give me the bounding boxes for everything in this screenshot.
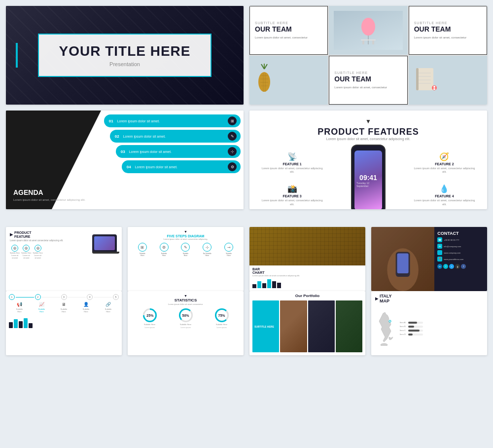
steps-title: FIVE STEPS DIAGRAM xyxy=(132,234,240,238)
tl-bars xyxy=(9,316,119,328)
steps-sub: Lorem ipsum dolor sit amet consectetur a… xyxy=(132,238,240,240)
step-circle-4: ⊹ xyxy=(203,243,211,252)
stat-25: 25% Subtitle Here Lorem ipsum xyxy=(143,308,157,329)
agenda-num-2: 02 xyxy=(115,134,119,139)
feature-4-text: Lorem ipsum dolor sit amet, consectetur … xyxy=(412,199,477,206)
tl-item-4: 👤 SubtitleHere xyxy=(83,302,89,313)
stat-label-75: Subtitle Here xyxy=(216,323,227,326)
tl-lbl-5: SubtitleHere xyxy=(105,308,111,313)
team-cell-1: SUBTITLE HERE OUR TEAM Lorem ipsum dolor… xyxy=(249,6,328,55)
balloon-svg xyxy=(358,16,378,45)
bar-chart-title: BARCHART xyxy=(252,267,362,274)
feature-2: 🧭 FEATURE 2 Lorem ipsum dolor sit amet, … xyxy=(412,152,477,174)
agenda-num-4: 04 xyxy=(127,165,131,169)
map-fill-4 xyxy=(408,334,413,336)
features-subtitle: Lorem ipsum dolor sit amet, consectetur … xyxy=(326,137,410,141)
italy-svg xyxy=(375,311,397,346)
step-5: ⊸ SubtitleHere xyxy=(224,243,233,257)
contact-title: CONTACT xyxy=(437,231,484,236)
prod-circle-1: ◎ xyxy=(11,245,18,252)
bar-1 xyxy=(252,284,256,288)
stat-label-25: Subtitle Here xyxy=(144,323,155,326)
step-circle-3: ✎ xyxy=(181,243,190,252)
feature-4-icon: 💧 xyxy=(439,184,449,193)
portfolio-plant xyxy=(336,300,362,352)
map-arrow: ▶ ITALYMAP xyxy=(375,294,483,304)
stat-val-50: 50% xyxy=(182,314,189,317)
feature-1-icon: 📡 xyxy=(287,152,297,161)
stats-title: STATISTICS xyxy=(132,298,240,302)
map-track-3 xyxy=(408,330,423,332)
timeline-nodes: 1 2 3 4 5 xyxy=(9,294,119,300)
team-cell-6 xyxy=(409,56,487,105)
web-text: www.company.com xyxy=(444,252,460,254)
map-bar-row-2: Item B xyxy=(400,325,423,328)
tl-bar-5 xyxy=(29,323,33,328)
team-title-5: OUR TEAM xyxy=(334,75,402,83)
mini-statistics: ▼ STATISTICS Lorem ipsum dolor sit amet … xyxy=(128,291,244,355)
bar-photo xyxy=(249,227,365,265)
tl-icon-3: 🖥 xyxy=(62,302,66,307)
tl-node-3: 3 xyxy=(61,294,67,300)
contact-web: 🌐 www.company.com xyxy=(437,250,484,255)
twitter-circle: f xyxy=(443,264,448,269)
bar-5 xyxy=(272,281,276,288)
map-legend: Item A Item B Item C xyxy=(400,321,423,336)
prod-circle-2: ◎ xyxy=(23,245,30,252)
svg-point-29 xyxy=(389,320,391,322)
features-grid: 📡 FEATURE 1 Lorem ipsum dolor sit amet, … xyxy=(259,145,477,209)
portfolio-header: Our Portfolio xyxy=(249,291,365,300)
twitter-icon: t xyxy=(449,264,454,269)
svg-point-22 xyxy=(433,86,435,88)
agenda-left-panel: AGENDA Lorem ipsum dolor sit amet, conse… xyxy=(6,111,101,209)
main-title: YOUR TITLE HERE xyxy=(59,43,190,59)
tl-bar-1 xyxy=(9,322,13,328)
agenda-item-2: 02 Lorem ipsum dolor sit amet. ✎ xyxy=(110,130,241,143)
prod-icon-2: ◎ Subtitle Here Lorem sit sit amet xyxy=(21,245,31,259)
map-bar-row-4: Item D xyxy=(400,333,423,336)
tl-item-2: 📈 SubtitleHere xyxy=(38,302,45,313)
map-track-2 xyxy=(408,326,423,328)
tl-bar-4 xyxy=(24,318,28,328)
agenda-icon-2: ✎ xyxy=(228,132,237,141)
agenda-item-1: 01 Lorem ipsum dolor sit amet. ⊞ xyxy=(104,114,241,127)
title-box: YOUR TITLE HERE Presentation xyxy=(38,34,211,77)
tl-node-1: 1 xyxy=(9,294,15,300)
map-label-1: Item A xyxy=(400,321,407,324)
svg-rect-23 xyxy=(433,88,435,90)
mini-portfolio: Our Portfolio SUBTITLE HERE xyxy=(249,291,365,355)
feature-col-left: 📡 FEATURE 1 Lorem ipsum dolor sit amet, … xyxy=(259,145,325,209)
slide-title: YOUR TITLE HERE Presentation xyxy=(6,6,244,105)
portfolio-title: Our Portfolio xyxy=(253,294,361,298)
agenda-item-4: 04 Lorem ipsum dolor sit amet. ⚙ xyxy=(122,160,241,173)
feature-3-text: Lorem ipsum dolor sit amet, consectetur … xyxy=(259,199,325,206)
steps-icons: ⊞ SubtitleHere ⚙ SubtitleHere ✎ Subtitle… xyxy=(132,243,240,257)
svg-point-27 xyxy=(381,343,387,346)
laptop-graphic xyxy=(92,234,119,254)
portfolio-grid: SUBTITLE HERE xyxy=(249,300,365,355)
agenda-num-1: 01 xyxy=(109,119,113,123)
team-subtitle-5: SUBTITLE HERE xyxy=(334,71,402,75)
laptop-screen-bg xyxy=(92,234,117,252)
stat-text-75: Lorem ipsum xyxy=(216,327,226,329)
feature-2-text: Lorem ipsum dolor sit amet, consectetur … xyxy=(412,167,477,174)
prod-sub-1: Lorem sit xyxy=(11,255,18,257)
tl-line-2 xyxy=(42,297,60,298)
phone-date: Tuesday 12 September xyxy=(356,182,380,187)
prod-icon-1: ◎ Subtitle Here Lorem sit sit amet xyxy=(10,245,20,259)
portfolio-teal: SUBTITLE HERE xyxy=(252,300,279,352)
bar-chart-bars xyxy=(252,278,362,288)
feature-col-right: 🧭 FEATURE 2 Lorem ipsum dolor sit amet, … xyxy=(412,145,477,209)
agenda-text-block: AGENDA Lorem ipsum dolor sit amet, conse… xyxy=(13,188,85,202)
agenda-num-3: 03 xyxy=(121,149,125,154)
stat-50: 50% Subtitle Here Lorem ipsum xyxy=(179,308,193,329)
tl-lbl-2: SubtitleHere xyxy=(38,308,45,313)
bar-chart-sub: Lorem ipsum dolor sit amet consectetur a… xyxy=(252,274,362,277)
stats-sub: Lorem ipsum dolor sit amet consectetur. xyxy=(132,303,240,305)
stat-75: 75% Subtitle Here Lorem ipsum xyxy=(215,308,229,329)
contact-info-panel: CONTACT ☎ +00 00 00 00 777 ✉ info@compan… xyxy=(434,227,487,291)
feature-2-icon: 🧭 xyxy=(439,152,449,161)
contact-phone: ☎ +00 00 00 00 777 xyxy=(437,237,484,242)
phone-icon: ☎ xyxy=(437,237,442,242)
agenda-items: 01 Lorem ipsum dolor sit amet. ⊞ 02 Lore… xyxy=(101,111,244,209)
